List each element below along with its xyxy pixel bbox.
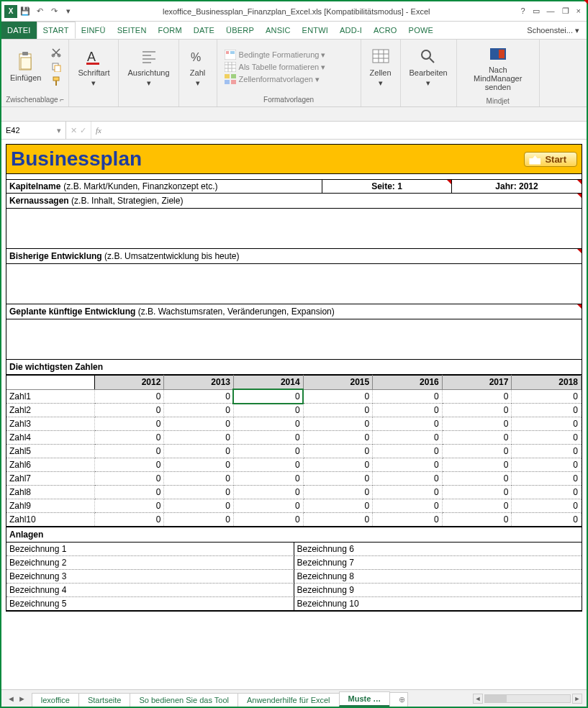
cell[interactable]: 0: [164, 513, 234, 527]
cell[interactable]: 0: [233, 499, 303, 513]
paste-button[interactable]: Einfügen: [7, 50, 44, 83]
row-label[interactable]: Zahl10: [6, 513, 94, 527]
cell[interactable]: 0: [373, 486, 443, 499]
cell[interactable]: 0: [303, 458, 373, 472]
tab-date[interactable]: DATE: [188, 22, 220, 39]
cell[interactable]: 0: [164, 417, 234, 431]
maximize-icon[interactable]: ❐: [562, 6, 569, 16]
cell[interactable]: 0: [164, 458, 234, 472]
cell[interactable]: 0: [94, 513, 164, 527]
numbers-col-2013[interactable]: 2013: [164, 376, 234, 390]
cell[interactable]: 0: [94, 499, 164, 513]
anlage-cell[interactable]: Bezeichnung 8: [294, 570, 582, 584]
account-menu[interactable]: Schoenstei... ▾: [520, 22, 587, 39]
row-label[interactable]: Zahl4: [6, 431, 94, 445]
anlage-cell[interactable]: Bezeichnung 1: [6, 543, 294, 556]
cell[interactable]: 0: [164, 486, 234, 499]
row-label[interactable]: Zahl8: [6, 486, 94, 499]
cell[interactable]: 0: [303, 404, 373, 417]
anlage-cell[interactable]: Bezeichnung 7: [294, 556, 582, 570]
table-row[interactable]: Zahl100000000: [6, 513, 582, 527]
anlagen-grid[interactable]: Bezeichnung 1Bezeichnung 6Bezeichnung 2B…: [6, 543, 582, 611]
anlage-cell[interactable]: Bezeichnung 3: [6, 570, 294, 584]
mindmanager-button[interactable]: Nach MindManager senden: [463, 42, 533, 93]
tab-form[interactable]: FORM: [153, 22, 188, 39]
cell[interactable]: 0: [233, 389, 303, 404]
anlage-cell[interactable]: Bezeichnung 9: [294, 584, 582, 597]
tab-ansic[interactable]: ANSIC: [260, 22, 297, 39]
cut-icon[interactable]: [50, 47, 63, 58]
copy-icon[interactable]: [50, 61, 63, 73]
cell[interactable]: 0: [164, 445, 234, 458]
cell[interactable]: 0: [373, 445, 443, 458]
cells-button[interactable]: Zellen ▾: [367, 45, 394, 89]
cell[interactable]: 0: [512, 404, 582, 417]
close-icon[interactable]: ×: [576, 6, 581, 16]
tab-file[interactable]: DATEI: [1, 22, 37, 39]
year-cell[interactable]: Jahr: 2012: [452, 180, 582, 193]
cell[interactable]: 0: [442, 499, 512, 513]
chevron-down-icon[interactable]: ▾: [57, 126, 61, 135]
cell[interactable]: 0: [512, 458, 582, 472]
table-row[interactable]: Zahl70000000: [6, 472, 582, 486]
format-painter-icon[interactable]: [50, 76, 63, 87]
cell[interactable]: 0: [303, 431, 373, 445]
cell[interactable]: 0: [512, 445, 582, 458]
cell[interactable]: 0: [303, 486, 373, 499]
section-kernaussagen-body[interactable]: [6, 209, 582, 249]
cell[interactable]: 0: [512, 417, 582, 431]
tab-acro[interactable]: ACRO: [368, 22, 403, 39]
table-row[interactable]: Zahl10000000: [6, 389, 582, 404]
chapter-cell[interactable]: Kapitelname (z.B. Markt/Kunden, Finanzko…: [6, 180, 322, 193]
scroll-right-icon[interactable]: ►: [572, 694, 582, 704]
cell[interactable]: 0: [94, 417, 164, 431]
cell[interactable]: 0: [373, 513, 443, 527]
cell[interactable]: 0: [512, 499, 582, 513]
cell[interactable]: 0: [303, 417, 373, 431]
sheet-tab[interactable]: Muste …: [339, 691, 391, 707]
row-label[interactable]: Zahl3: [6, 417, 94, 431]
cell[interactable]: 0: [512, 431, 582, 445]
table-row[interactable]: Zahl80000000: [6, 486, 582, 499]
cell[interactable]: 0: [164, 431, 234, 445]
number-button[interactable]: % Zahl ▾: [185, 45, 211, 89]
cell[interactable]: 0: [233, 513, 303, 527]
cell[interactable]: 0: [442, 486, 512, 499]
conditional-formatting-button[interactable]: Bedingte Formatierung ▾: [223, 49, 327, 60]
numbers-col-2017[interactable]: 2017: [442, 376, 512, 390]
table-row[interactable]: Zahl40000000: [6, 431, 582, 445]
font-button[interactable]: A Schriftart ▾: [75, 45, 112, 89]
cell[interactable]: 0: [94, 389, 164, 404]
cell[interactable]: 0: [233, 458, 303, 472]
formula-input[interactable]: [106, 122, 587, 139]
cell[interactable]: 0: [442, 389, 512, 404]
cell[interactable]: 0: [512, 513, 582, 527]
undo-icon[interactable]: ↶: [33, 5, 46, 18]
table-row[interactable]: Zahl20000000: [6, 404, 582, 417]
page-cell[interactable]: Seite: 1: [322, 180, 452, 193]
section-kernaussagen-head[interactable]: Kernaussagen (z.B. Inhalt, Strategien, Z…: [6, 194, 582, 209]
name-box[interactable]: ▾: [1, 122, 66, 139]
cell[interactable]: 0: [233, 445, 303, 458]
sheet-nav-prev-icon[interactable]: ◄: [7, 694, 15, 703]
tab-überp[interactable]: ÜBERP: [220, 22, 260, 39]
numbers-col-2016[interactable]: 2016: [373, 376, 443, 390]
help-icon[interactable]: ?: [520, 6, 525, 16]
table-row[interactable]: Zahl90000000: [6, 499, 582, 513]
cell[interactable]: 0: [94, 458, 164, 472]
section-bisherige-head[interactable]: Bisherige Entwicklung (z.B. Umsatzentwic…: [6, 249, 582, 264]
cell[interactable]: 0: [233, 431, 303, 445]
cell[interactable]: 0: [442, 445, 512, 458]
sheet-nav-next-icon[interactable]: ►: [18, 694, 26, 703]
format-as-table-button[interactable]: Als Tabelle formatieren ▾: [223, 61, 327, 73]
sheet-tab[interactable]: Anwenderhilfe für Excel: [238, 693, 340, 707]
cell[interactable]: 0: [373, 499, 443, 513]
horizontal-scrollbar[interactable]: [484, 694, 571, 703]
cell[interactable]: 0: [303, 499, 373, 513]
row-label[interactable]: Zahl7: [6, 472, 94, 486]
section-geplante-body[interactable]: [6, 319, 582, 360]
anlage-cell[interactable]: Bezeichnung 10: [294, 597, 582, 611]
cell[interactable]: 0: [442, 431, 512, 445]
cell[interactable]: 0: [373, 472, 443, 486]
row-label[interactable]: Zahl9: [6, 499, 94, 513]
